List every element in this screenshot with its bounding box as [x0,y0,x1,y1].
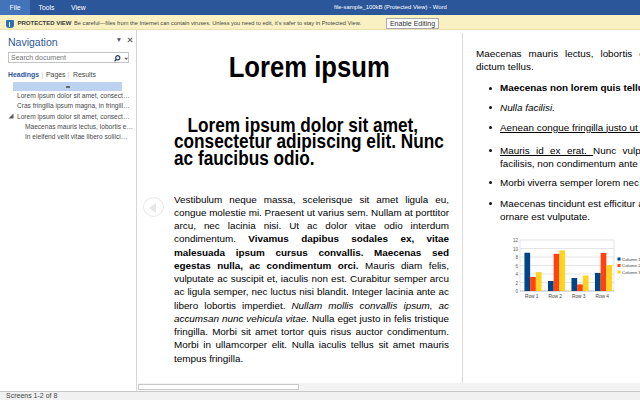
svg-text:Column 3: Column 3 [622,270,640,275]
svg-text:Row 2: Row 2 [548,294,562,299]
svg-text:8: 8 [515,255,518,260]
svg-text:0: 0 [515,289,518,294]
svg-text:2: 2 [515,281,518,286]
svg-text:Row 1: Row 1 [525,294,539,299]
svg-text:Column 2: Column 2 [622,263,640,268]
svg-text:6: 6 [515,264,518,269]
svg-text:10: 10 [513,247,519,252]
svg-text:12: 12 [513,238,519,243]
svg-text:Column 1: Column 1 [622,257,640,262]
svg-text:Row 4: Row 4 [595,294,609,299]
svg-text:Row 3: Row 3 [572,294,586,299]
svg-text:4: 4 [515,272,518,277]
